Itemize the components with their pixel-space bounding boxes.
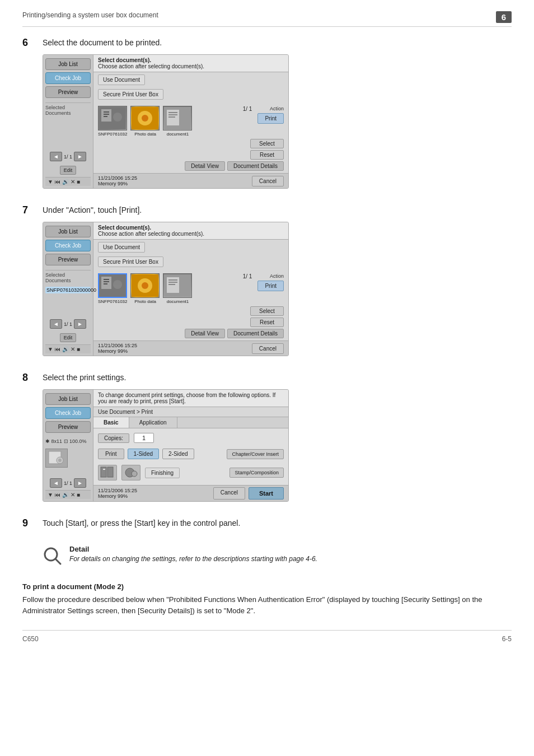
two-sided-btn[interactable]: 2-Sided [162,449,194,459]
thumb-doc3-1: document1 [163,106,192,137]
tab-application[interactable]: Application [129,417,177,428]
check-job-btn-3[interactable]: Check Job [45,407,91,419]
svg-rect-18 [104,283,107,284]
printer-panel-1: Job List Check Job Preview Selected Docu… [43,54,289,189]
preview-btn-1[interactable]: Preview [45,86,91,98]
svg-rect-32 [107,467,113,477]
doc3-label-2: document1 [167,299,189,304]
detail-view-btn-2[interactable]: Detail View [185,329,225,338]
nav-next-1[interactable]: ► [74,152,86,161]
nav-row-1: ◄ 1/ 1 ► [45,152,91,161]
stamp-btn[interactable]: Stamp/Composition [229,468,284,478]
icon-3-2: ⏮ [55,492,60,498]
step-7-text: Under "Action", touch [Print]. [43,204,142,214]
page-indicator-2: 1/ 1 [243,273,252,279]
finishing-row: Finishing Stamp/Composition [98,465,284,480]
print-action-btn-1[interactable]: Print [257,113,284,124]
svg-point-22 [142,282,148,289]
action-label-2: Action [270,273,284,279]
copies-value[interactable]: 1 [134,433,154,443]
detail-box: Detail For details on changing the setti… [43,545,512,570]
settings-sidebar-info: ✱ 8x11 ⊡ 100.0% [45,438,91,444]
nav-row-3: ◄ 1/ 1 ► [45,478,91,488]
nav-page-2: 1/ 1 [64,321,72,327]
select-btn-1[interactable]: Select [250,139,284,148]
job-list-btn-3[interactable]: Job List [45,393,91,405]
select-btn-2[interactable]: Select [250,306,284,316]
nav-prev-3[interactable]: ◄ [50,478,62,488]
nav-prev-1[interactable]: ◄ [50,152,62,161]
svg-rect-26 [168,282,177,283]
job-list-btn-2[interactable]: Job List [45,226,91,237]
sidebar-doc-item-1 [45,118,91,119]
icons-row-2: ▼ ⏮ 🔊 ✕ ■ [45,344,91,353]
panel2-footer-mem: Memory 99% [98,348,137,354]
nav-row-2: ◄ 1/ 1 ► [45,319,91,329]
secure-print-btn-1[interactable]: Secure Print User Box [98,89,163,100]
copies-row: Copies: 1 [98,433,284,443]
start-btn[interactable]: Start [249,487,284,500]
footer-right: 6-5 [502,635,512,643]
detail-title: Detail [69,545,317,553]
svg-point-19 [113,280,122,289]
detail-row-1: Detail View Document Details [185,161,284,171]
finishing-btn[interactable]: Finishing [145,468,180,478]
reset-btn-2[interactable]: Reset [250,318,284,327]
chapter-cover-btn[interactable]: Chapter/Cover Insert [227,449,284,459]
tab-basic[interactable]: Basic [93,417,129,428]
panel1-footer-mem: Memory 99% [98,181,137,186]
check-job-btn-2[interactable]: Check Job [45,240,91,251]
panel2-footer-info: 11/21/2006 15:25 Memory 99% [98,343,137,354]
step-9-block: 9 Touch [Start], or press the [Start] ke… [22,517,512,529]
svg-rect-11 [168,112,177,113]
svg-point-30 [58,459,62,462]
svg-rect-12 [168,114,177,115]
panel3-footer-date: 11/21/2006 15:25 [98,488,137,493]
panel3-header-msg: To change document print settings, choos… [98,392,284,404]
check-job-btn-1[interactable]: Check Job [45,72,91,84]
svg-rect-4 [104,116,107,117]
doc2-label-1: Photo data [134,132,156,137]
print-action-btn-2[interactable]: Print [257,281,284,291]
svg-rect-27 [168,284,175,285]
step-9-num: 9 [22,517,35,529]
nav-next-2[interactable]: ► [74,319,86,329]
nav-prev-2[interactable]: ◄ [50,319,62,329]
use-doc-btn-1[interactable]: Use Document [98,74,145,85]
detail-desc: For details on changing the settings, re… [69,555,317,563]
icon-2-2: ⏮ [55,346,60,352]
edit-btn-2[interactable]: Edit [60,333,77,342]
cancel-btn-1[interactable]: Cancel [252,176,284,186]
svg-point-8 [142,115,148,122]
thumb-img-2-3 [163,273,192,298]
right-actions-1: Action Print [257,106,284,124]
settings-body: Copies: 1 Print 1-Sided 2-Sided Chapter/… [93,428,288,485]
doc-preview-icon [45,449,68,468]
doc-details-btn-1[interactable]: Document Details [227,161,284,171]
panel3-footer-info: 11/21/2006 15:25 Memory 99% [98,488,137,499]
doc-details-btn-2[interactable]: Document Details [227,329,284,338]
secure-print-btn-2[interactable]: Secure Print User Box [98,256,163,267]
panel3-footer-mem: Memory 99% [98,493,137,499]
icon-5: ■ [77,179,80,185]
job-list-btn-1[interactable]: Job List [45,58,91,70]
cancel-btn-3[interactable]: Cancel [213,487,245,500]
use-doc-btn-2[interactable]: Use Document [98,242,145,253]
preview-btn-2[interactable]: Preview [45,254,91,265]
finishing-icon-2 [121,465,140,480]
chapter-number: 6 [496,11,512,23]
detail-view-btn-1[interactable]: Detail View [185,161,225,171]
one-sided-btn[interactable]: 1-Sided [128,449,159,459]
reset-btn-1[interactable]: Reset [250,150,284,160]
doc1-label-2: SNFP0761032 [98,299,127,304]
settings-footer: 11/21/2006 15:25 Memory 99% Cancel Start [93,485,288,501]
panel1-sidebar: Job List Check Job Preview Selected Docu… [43,55,93,188]
svg-line-37 [55,559,60,564]
icon-3-3: 🔊 [62,492,69,498]
settings-panel: Job List Check Job Preview ✱ 8x11 ⊡ 100.… [43,389,289,502]
preview-btn-3[interactable]: Preview [45,421,91,433]
cancel-btn-2[interactable]: Cancel [252,343,284,354]
edit-btn-1[interactable]: Edit [60,166,77,175]
icon-3-5: ■ [77,492,80,498]
nav-next-3[interactable]: ► [74,478,86,488]
